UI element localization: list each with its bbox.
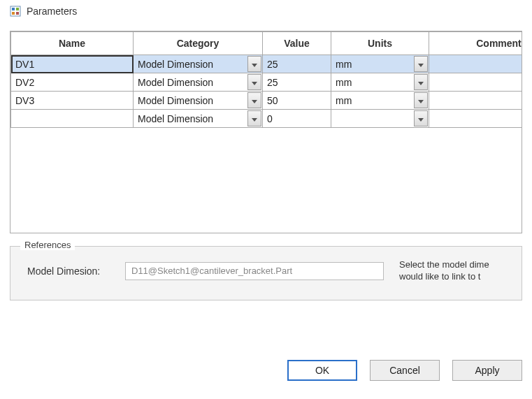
parameters-dialog: Parameters Name Category Value Units Com… — [0, 0, 532, 399]
dialog-button-row: OK Cancel Apply — [287, 360, 522, 381]
cell-comment-text — [429, 55, 522, 73]
cell-name-text: DV3 — [11, 92, 133, 109]
cell-value[interactable]: 25 — [263, 55, 331, 73]
chevron-down-icon — [252, 95, 257, 106]
chevron-down-icon — [252, 59, 257, 69]
cell-units[interactable]: mm — [331, 92, 429, 110]
col-header-value[interactable]: Value — [263, 32, 331, 55]
references-fieldset: References Model Dimesion: Select the mo… — [10, 246, 522, 300]
table-header-row: Name Category Value Units Comment — [11, 32, 523, 55]
window-title: Parameters — [27, 6, 77, 17]
content-area: Name Category Value Units Comment DV1Mod… — [0, 20, 532, 300]
cell-category[interactable]: Model Dimension — [134, 73, 263, 92]
cell-value[interactable]: 0 — [263, 110, 331, 128]
cell-category[interactable]: Model Dimension — [134, 55, 263, 73]
col-header-category[interactable]: Category — [134, 32, 263, 55]
cell-comment-text — [429, 110, 522, 127]
col-header-comment[interactable]: Comment — [429, 32, 523, 55]
cell-value-text: 50 — [263, 92, 331, 109]
svg-rect-1 — [12, 8, 15, 10]
category-dropdown-button[interactable] — [247, 92, 261, 108]
table-row[interactable]: DV1Model Dimension25mm — [11, 55, 523, 73]
cell-name-text — [11, 110, 133, 127]
col-header-name[interactable]: Name — [11, 32, 134, 55]
cell-name-text: DV1 — [11, 55, 133, 73]
cell-comment-text — [429, 73, 522, 91]
parameters-table: Name Category Value Units Comment DV1Mod… — [10, 31, 522, 128]
chevron-down-icon — [418, 59, 424, 69]
cell-comment[interactable] — [429, 55, 523, 73]
ok-button[interactable]: OK — [287, 360, 357, 381]
cell-name[interactable]: DV1 — [11, 55, 134, 73]
cell-name[interactable] — [11, 110, 134, 128]
cell-name-text: DV2 — [11, 73, 133, 91]
units-dropdown-button[interactable] — [414, 74, 428, 90]
chevron-down-icon — [418, 77, 424, 87]
parameters-icon — [10, 6, 21, 17]
cell-category-text: Model Dimension — [134, 110, 262, 127]
cell-comment[interactable] — [429, 110, 523, 128]
model-dimension-label: Model Dimesion: — [24, 266, 115, 277]
units-dropdown-button[interactable] — [414, 110, 428, 126]
cell-units[interactable]: mm — [331, 73, 429, 92]
cell-comment[interactable] — [429, 73, 523, 92]
svg-rect-4 — [16, 12, 19, 15]
cell-name[interactable]: DV2 — [11, 73, 134, 92]
svg-rect-2 — [16, 8, 19, 10]
cell-value-text: 25 — [263, 55, 331, 73]
chevron-down-icon — [252, 77, 257, 87]
units-dropdown-button[interactable] — [414, 56, 428, 72]
category-dropdown-button[interactable] — [247, 56, 261, 72]
chevron-down-icon — [418, 95, 424, 106]
references-help-text: Select the model dime would like to link… — [399, 259, 489, 283]
apply-button[interactable]: Apply — [452, 360, 522, 381]
category-dropdown-button[interactable] — [247, 110, 261, 126]
cell-units[interactable]: mm — [331, 55, 429, 73]
cell-comment[interactable] — [429, 92, 523, 110]
cell-category-text: Model Dimension — [134, 92, 262, 109]
cell-units[interactable] — [331, 110, 429, 128]
parameters-table-wrap: Name Category Value Units Comment DV1Mod… — [10, 31, 522, 233]
references-legend: References — [20, 240, 75, 250]
table-row[interactable]: DV2Model Dimension25mm — [11, 73, 523, 92]
model-dimension-input[interactable] — [125, 262, 384, 280]
cell-value-text: 0 — [263, 110, 331, 127]
chevron-down-icon — [418, 113, 424, 124]
titlebar: Parameters — [0, 0, 532, 20]
chevron-down-icon — [252, 113, 257, 124]
cell-category[interactable]: Model Dimension — [134, 92, 263, 110]
table-row[interactable]: Model Dimension0 — [11, 110, 523, 128]
cell-category-text: Model Dimension — [134, 73, 262, 91]
cell-category[interactable]: Model Dimension — [134, 110, 263, 128]
units-dropdown-button[interactable] — [414, 92, 428, 108]
cell-value-text: 25 — [263, 73, 331, 91]
cell-value[interactable]: 25 — [263, 73, 331, 92]
references-row: Model Dimesion: Select the model dime wo… — [24, 259, 508, 283]
cell-comment-text — [429, 92, 522, 109]
cell-category-text: Model Dimension — [134, 55, 262, 73]
table-row[interactable]: DV3Model Dimension50mm — [11, 92, 523, 110]
cancel-button[interactable]: Cancel — [370, 360, 440, 381]
cell-name[interactable]: DV3 — [11, 92, 134, 110]
cell-value[interactable]: 50 — [263, 92, 331, 110]
col-header-units[interactable]: Units — [331, 32, 429, 55]
category-dropdown-button[interactable] — [247, 74, 261, 90]
svg-rect-3 — [12, 12, 15, 15]
